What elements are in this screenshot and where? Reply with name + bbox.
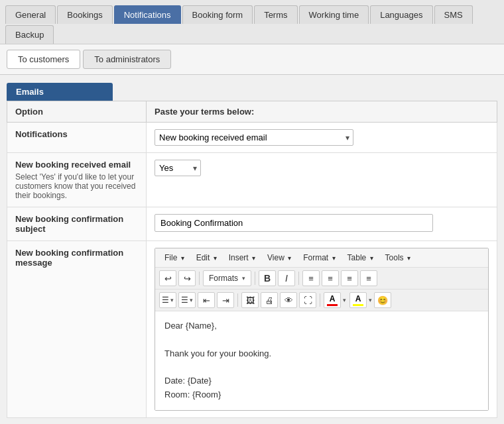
font-color-button[interactable]: A [324, 292, 341, 308]
tab-bookings[interactable]: Bookings [57, 5, 112, 24]
notifications-value: New booking received email Cancellation … [147, 123, 497, 153]
row-confirmation-message: New booking confirmation message File ▾ … [7, 241, 497, 418]
indent-button[interactable]: ⇥ [217, 292, 234, 308]
bg-color-arrow: ▾ [369, 297, 372, 303]
bg-color-button[interactable]: A [349, 292, 367, 308]
section-header-emails: Emails [7, 83, 113, 101]
tab-languages[interactable]: Languages [370, 5, 432, 24]
toolbar-sep-1 [199, 272, 200, 285]
align-left-button[interactable]: ≡ [302, 270, 320, 286]
col-header-option: Option [7, 101, 147, 123]
yes-no-select-wrapper: Yes No [155, 160, 201, 176]
toolbar-sep-3 [298, 272, 299, 285]
ordered-list-button[interactable]: ☰ ▾ [178, 292, 196, 308]
new-booking-email-label: New booking received email Select 'Yes' … [7, 153, 147, 207]
tab-sms[interactable]: SMS [434, 5, 473, 24]
confirmation-subject-label: New booking confirmation subject [7, 207, 147, 241]
sub-tab-bar: To customers To administrators [0, 44, 504, 75]
tab-backup[interactable]: Backup [5, 25, 54, 44]
undo-button[interactable]: ↩ [159, 270, 176, 286]
file-arrow: ▾ [181, 254, 184, 262]
menu-insert[interactable]: Insert ▾ [223, 251, 261, 264]
print-button[interactable]: 🖨 [261, 292, 278, 308]
font-color-arrow: ▾ [343, 297, 346, 303]
format-arrow: ▾ [332, 254, 336, 262]
view-arrow: ▾ [288, 254, 291, 262]
preview-button[interactable]: 👁 [280, 292, 297, 308]
menu-format[interactable]: Format ▾ [298, 251, 340, 264]
edit-arrow: ▾ [214, 254, 217, 262]
redo-button[interactable]: ↪ [178, 270, 196, 286]
image-button[interactable]: 🖼 [241, 292, 259, 308]
new-booking-email-sublabel: Select 'Yes' if you'd like to let your c… [15, 172, 138, 200]
outdent-button[interactable]: ⇤ [198, 292, 215, 308]
editor-container: File ▾ Edit ▾ Insert ▾ View ▾ Format ▾ T… [155, 248, 489, 411]
confirmation-subject-value [147, 207, 497, 241]
menu-edit[interactable]: Edit ▾ [191, 251, 222, 264]
notifications-label: Notifications [7, 123, 147, 153]
editor-toolbar-row1: ↩ ↪ Formats ▾ B I ≡ ≡ ≡ [155, 268, 488, 290]
editor-line-1: Dear {Name}, [164, 319, 479, 333]
align-justify-button[interactable]: ≡ [360, 270, 377, 286]
align-center-button[interactable]: ≡ [322, 270, 339, 286]
italic-button[interactable]: I [278, 270, 295, 286]
col-header-value: Paste your terms below: [147, 101, 497, 123]
menu-tools[interactable]: Tools ▾ [380, 251, 416, 264]
notifications-dropdown[interactable]: New booking received email Cancellation … [155, 129, 353, 146]
editor-line-6: Room: {Room} [164, 388, 479, 402]
menu-file[interactable]: File ▾ [159, 251, 190, 264]
content-area: Emails Option Paste your terms below: No… [0, 75, 504, 424]
row-notifications: Notifications New booking received email… [7, 123, 497, 153]
subtab-to-administrators[interactable]: To administrators [83, 50, 171, 69]
toolbar-sep-2 [255, 272, 255, 285]
tab-terms[interactable]: Terms [254, 5, 297, 24]
tools-arrow: ▾ [407, 254, 410, 262]
confirmation-subject-input[interactable] [155, 214, 433, 232]
table-arrow: ▾ [370, 254, 373, 262]
top-tab-bar: General Bookings Notifications Booking f… [0, 0, 504, 44]
tab-working-time[interactable]: Working time [299, 5, 369, 24]
formats-dropdown[interactable]: Formats ▾ [203, 270, 251, 286]
insert-arrow: ▾ [252, 254, 255, 262]
toolbar-sep-4 [237, 293, 238, 307]
editor-line-5: Date: {Date} [164, 374, 479, 388]
subtab-to-customers[interactable]: To customers [7, 50, 80, 69]
fullscreen-button[interactable]: ⛶ [299, 292, 316, 308]
tab-booking-form[interactable]: Booking form [182, 5, 253, 24]
toolbar-sep-5 [320, 293, 320, 307]
editor-toolbar-row2: ☰ ▾ ☰ ▾ ⇤ ⇥ 🖼 🖨 👁 ⛶ [155, 290, 488, 311]
form-table: Option Paste your terms below: Notificat… [7, 101, 497, 418]
align-right-button[interactable]: ≡ [341, 270, 358, 286]
menu-table[interactable]: Table ▾ [342, 251, 379, 264]
notifications-select-wrapper: New booking received email Cancellation … [155, 129, 353, 146]
yes-no-dropdown[interactable]: Yes No [155, 160, 201, 176]
row-new-booking-email: New booking received email Select 'Yes' … [7, 153, 497, 207]
editor-line-4 [164, 360, 479, 374]
editor-menubar: File ▾ Edit ▾ Insert ▾ View ▾ Format ▾ T… [155, 248, 488, 268]
new-booking-email-value: Yes No [147, 153, 497, 207]
tab-notifications[interactable]: Notifications [114, 5, 181, 24]
formats-arrow: ▾ [242, 275, 245, 282]
confirmation-message-value: File ▾ Edit ▾ Insert ▾ View ▾ Format ▾ T… [147, 241, 497, 418]
bold-button[interactable]: B [259, 270, 276, 286]
confirmation-message-label: New booking confirmation message [7, 241, 147, 418]
main-container: General Bookings Notifications Booking f… [0, 0, 504, 424]
menu-view[interactable]: View ▾ [262, 251, 296, 264]
editor-content[interactable]: Dear {Name}, Thank you for your booking.… [155, 311, 488, 410]
bg-color-indicator [353, 304, 363, 306]
tab-general[interactable]: General [5, 5, 56, 24]
font-color-indicator [327, 304, 338, 306]
editor-line-2 [164, 333, 479, 347]
emoji-button[interactable]: 😊 [374, 292, 391, 308]
editor-line-3: Thank you for your booking. [164, 347, 479, 361]
row-confirmation-subject: New booking confirmation subject [7, 207, 497, 241]
unordered-list-button[interactable]: ☰ ▾ [159, 292, 176, 308]
